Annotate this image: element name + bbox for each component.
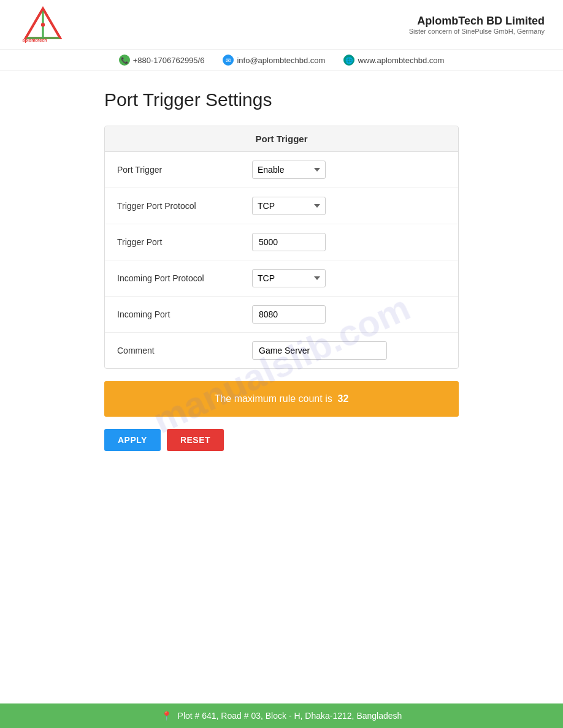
- warning-text-before: The maximum rule count is: [215, 393, 332, 404]
- svg-line-4: [26, 9, 43, 38]
- incoming-port-input[interactable]: [252, 305, 326, 324]
- trigger-port-row: Trigger Port: [105, 224, 458, 260]
- port-trigger-label: Port Trigger: [117, 165, 252, 175]
- email-contact: ✉ info@aplombtechbd.com: [223, 55, 325, 66]
- company-name: AplombTech BD Limited: [409, 15, 545, 28]
- logo-area: aplombtech: [18, 6, 67, 43]
- comment-control: [252, 341, 375, 360]
- form-card-header: Port Trigger: [105, 126, 458, 152]
- svg-text:aplombtech: aplombtech: [22, 37, 47, 43]
- trigger-port-label: Trigger Port: [117, 237, 252, 247]
- website-url: www.aplombtechbd.com: [358, 56, 444, 65]
- trigger-port-control: [252, 233, 375, 251]
- phone-icon: 📞: [119, 55, 130, 66]
- email-icon: ✉: [223, 55, 234, 66]
- port-trigger-select[interactable]: Enable Disable: [252, 161, 326, 179]
- apply-button[interactable]: APPLY: [104, 429, 161, 451]
- email-address: info@aplombtechbd.com: [237, 56, 325, 65]
- trigger-port-protocol-row: Trigger Port Protocol TCP UDP Both: [105, 188, 458, 224]
- logo-icon: aplombtech: [18, 6, 67, 43]
- location-icon: 📍: [161, 711, 172, 721]
- company-info: AplombTech BD Limited Sister concern of …: [409, 15, 545, 35]
- trigger-port-input[interactable]: [252, 233, 326, 251]
- comment-label: Comment: [117, 346, 252, 355]
- incoming-port-row: Incoming Port: [105, 297, 458, 333]
- incoming-port-protocol-control: TCP UDP Both: [252, 269, 375, 287]
- header: aplombtech AplombTech BD Limited Sister …: [0, 0, 563, 50]
- trigger-port-protocol-select[interactable]: TCP UDP Both: [252, 197, 326, 215]
- svg-point-5: [41, 23, 45, 26]
- form-card: Port Trigger Port Trigger Enable Disable…: [104, 126, 459, 369]
- incoming-port-control: [252, 305, 375, 324]
- phone-number: +880-1706762995/6: [133, 56, 205, 65]
- trigger-port-protocol-label: Trigger Port Protocol: [117, 201, 252, 211]
- website-icon: 🌐: [343, 55, 354, 66]
- contact-bar: 📞 +880-1706762995/6 ✉ info@aplombtechbd.…: [0, 50, 563, 71]
- button-row: APPLY RESET: [104, 429, 459, 451]
- footer: 📍 Plot # 641, Road # 03, Block - H, Dhak…: [0, 703, 563, 728]
- footer-address: Plot # 641, Road # 03, Block - H, Dhaka-…: [178, 711, 402, 721]
- website-contact: 🌐 www.aplombtechbd.com: [343, 55, 444, 66]
- incoming-port-protocol-select[interactable]: TCP UDP Both: [252, 269, 326, 287]
- reset-button[interactable]: RESET: [167, 429, 224, 451]
- phone-contact: 📞 +880-1706762995/6: [119, 55, 205, 66]
- port-trigger-control: Enable Disable: [252, 161, 375, 179]
- incoming-port-label: Incoming Port: [117, 309, 252, 319]
- comment-row: Comment: [105, 333, 458, 368]
- svg-line-3: [43, 9, 60, 38]
- trigger-port-protocol-control: TCP UDP Both: [252, 197, 375, 215]
- warning-banner: The maximum rule count is 32: [104, 381, 459, 417]
- comment-input[interactable]: [252, 341, 387, 360]
- port-trigger-row: Port Trigger Enable Disable: [105, 152, 458, 188]
- incoming-port-protocol-label: Incoming Port Protocol: [117, 273, 252, 283]
- main-content: Port Trigger Settings Port Trigger Port …: [0, 71, 563, 703]
- company-tagline: Sister concern of SinePulse GmbH, German…: [409, 28, 545, 35]
- page-title: Port Trigger Settings: [104, 89, 459, 110]
- warning-count: 32: [338, 393, 349, 404]
- incoming-port-protocol-row: Incoming Port Protocol TCP UDP Both: [105, 260, 458, 297]
